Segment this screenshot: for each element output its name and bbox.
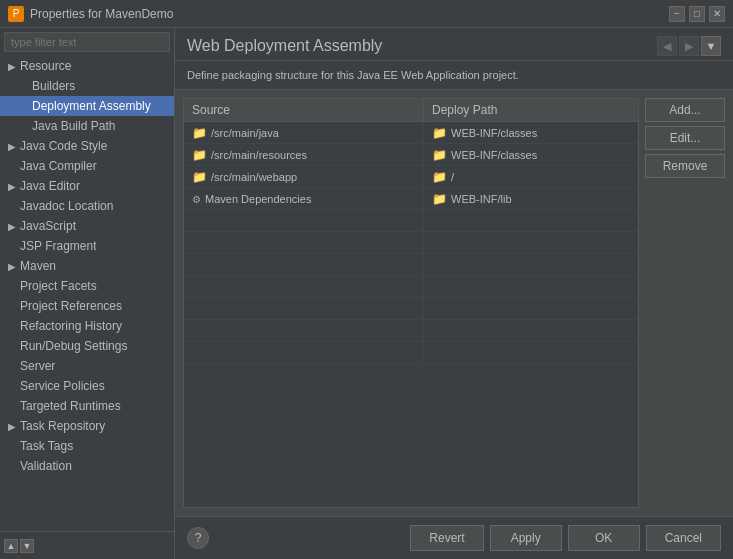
table-row[interactable] — [184, 298, 638, 320]
sidebar-item-targeted-runtimes[interactable]: Targeted Runtimes — [0, 396, 174, 416]
table-row[interactable] — [184, 254, 638, 276]
source-cell: 📁/src/main/resources — [184, 144, 424, 166]
folder-icon: 📁 — [432, 170, 447, 184]
nav-back-button[interactable]: ◀ — [657, 36, 677, 56]
sidebar-item-label: Project Facets — [20, 279, 97, 293]
sidebar-item-java-editor[interactable]: ▶Java Editor — [0, 176, 174, 196]
add-button[interactable]: Add... — [645, 98, 725, 122]
folder-icon: 📁 — [192, 126, 207, 140]
sidebar-item-label: Targeted Runtimes — [20, 399, 121, 413]
nav-menu-button[interactable]: ▼ — [701, 36, 721, 56]
nav-list: ▶Resource Builders Deployment Assembly J… — [0, 56, 174, 531]
sidebar-item-validation[interactable]: Validation — [0, 456, 174, 476]
source-cell: ⚙Maven Dependencies — [184, 188, 424, 210]
sidebar-item-maven[interactable]: ▶Maven — [0, 256, 174, 276]
deploy-path-cell — [424, 298, 638, 320]
revert-button[interactable]: Revert — [410, 525, 483, 551]
deploy-path-cell — [424, 276, 638, 298]
dep-icon: ⚙ — [192, 194, 201, 205]
sidebar-item-javadoc-location[interactable]: Javadoc Location — [0, 196, 174, 216]
source-cell — [184, 276, 424, 298]
main-layout: ▶Resource Builders Deployment Assembly J… — [0, 28, 733, 559]
help-button[interactable]: ? — [187, 527, 209, 549]
sidebar-item-java-code-style[interactable]: ▶Java Code Style — [0, 136, 174, 156]
ok-button[interactable]: OK — [568, 525, 640, 551]
sidebar-item-label: Resource — [20, 59, 71, 73]
arrow-icon: ▶ — [8, 421, 20, 432]
scroll-arrows: ▲ ▼ — [4, 539, 34, 553]
scroll-down-button[interactable]: ▼ — [20, 539, 34, 553]
table-row[interactable]: 📁/src/main/webapp📁/ — [184, 166, 638, 188]
sidebar-item-label: Java Code Style — [20, 139, 107, 153]
sidebar-item-label: Deployment Assembly — [32, 99, 151, 113]
deploy-path-cell — [424, 320, 638, 342]
table-row[interactable] — [184, 210, 638, 232]
sidebar-item-run-debug-settings[interactable]: Run/Debug Settings — [0, 336, 174, 356]
deploy-path-cell — [424, 342, 638, 364]
content-area: Source Deploy Path 📁/src/main/java📁WEB-I… — [175, 90, 733, 516]
sidebar-item-java-build-path[interactable]: Java Build Path — [0, 116, 174, 136]
description: Define packaging structure for this Java… — [175, 61, 733, 90]
scroll-up-button[interactable]: ▲ — [4, 539, 18, 553]
sidebar-item-label: Task Repository — [20, 419, 105, 433]
close-button[interactable]: ✕ — [709, 6, 725, 22]
sidebar-item-javascript[interactable]: ▶JavaScript — [0, 216, 174, 236]
sidebar-item-label: Java Compiler — [20, 159, 97, 173]
deploy-path-cell — [424, 254, 638, 276]
edit-button[interactable]: Edit... — [645, 126, 725, 150]
table-row[interactable]: 📁/src/main/java📁WEB-INF/classes — [184, 122, 638, 144]
filter-input[interactable] — [4, 32, 170, 52]
table-row[interactable]: 📁/src/main/resources📁WEB-INF/classes — [184, 144, 638, 166]
source-cell — [184, 232, 424, 254]
sidebar-item-server[interactable]: Server — [0, 356, 174, 376]
assembly-table: Source Deploy Path 📁/src/main/java📁WEB-I… — [184, 99, 638, 364]
sidebar-item-service-policies[interactable]: Service Policies — [0, 376, 174, 396]
source-cell: 📁/src/main/java — [184, 122, 424, 144]
app-icon: P — [8, 6, 24, 22]
deployment-table: Source Deploy Path 📁/src/main/java📁WEB-I… — [183, 98, 639, 508]
nav-forward-button[interactable]: ▶ — [679, 36, 699, 56]
left-panel: ▶Resource Builders Deployment Assembly J… — [0, 28, 175, 559]
sidebar-item-task-tags[interactable]: Task Tags — [0, 436, 174, 456]
cancel-button[interactable]: Cancel — [646, 525, 721, 551]
sidebar-item-refactoring-history[interactable]: Refactoring History — [0, 316, 174, 336]
sidebar-item-label: JSP Fragment — [20, 239, 96, 253]
minimize-button[interactable]: − — [669, 6, 685, 22]
nav-arrows: ◀ ▶ ▼ — [657, 36, 721, 56]
table-row[interactable] — [184, 320, 638, 342]
sidebar-item-project-facets[interactable]: Project Facets — [0, 276, 174, 296]
folder-icon: 📁 — [192, 148, 207, 162]
sidebar-item-java-compiler[interactable]: Java Compiler — [0, 156, 174, 176]
sidebar-item-label: Java Build Path — [32, 119, 115, 133]
title-bar: P Properties for MavenDemo − □ ✕ — [0, 0, 733, 28]
description-text: Define packaging structure for this Java… — [187, 69, 519, 81]
sidebar-item-label: Run/Debug Settings — [20, 339, 127, 353]
sidebar-item-project-references[interactable]: Project References — [0, 296, 174, 316]
sidebar-item-jsp-fragment[interactable]: JSP Fragment — [0, 236, 174, 256]
deploy-path-cell: 📁WEB-INF/classes — [424, 144, 638, 166]
sidebar-item-builders[interactable]: Builders — [0, 76, 174, 96]
title-bar-title: Properties for MavenDemo — [30, 7, 669, 21]
col-deploy-path: Deploy Path — [424, 99, 638, 122]
sidebar-item-task-repository[interactable]: ▶Task Repository — [0, 416, 174, 436]
maximize-button[interactable]: □ — [689, 6, 705, 22]
folder-icon: 📁 — [432, 126, 447, 140]
page-title: Web Deployment Assembly — [187, 37, 382, 55]
left-bottom: ▲ ▼ — [0, 531, 174, 559]
page-header: Web Deployment Assembly ◀ ▶ ▼ — [175, 28, 733, 61]
apply-button[interactable]: Apply — [490, 525, 562, 551]
col-source: Source — [184, 99, 424, 122]
table-row[interactable] — [184, 342, 638, 364]
sidebar-item-resource[interactable]: ▶Resource — [0, 56, 174, 76]
deploy-path-cell — [424, 210, 638, 232]
table-row[interactable] — [184, 232, 638, 254]
sidebar-item-label: Service Policies — [20, 379, 105, 393]
arrow-icon: ▶ — [8, 61, 20, 72]
folder-icon: 📁 — [432, 192, 447, 206]
sidebar-item-label: Validation — [20, 459, 72, 473]
table-row[interactable]: ⚙Maven Dependencies📁WEB-INF/lib — [184, 188, 638, 210]
sidebar-item-deployment-assembly[interactable]: Deployment Assembly — [0, 96, 174, 116]
arrow-icon: ▶ — [8, 261, 20, 272]
table-row[interactable] — [184, 276, 638, 298]
remove-button[interactable]: Remove — [645, 154, 725, 178]
